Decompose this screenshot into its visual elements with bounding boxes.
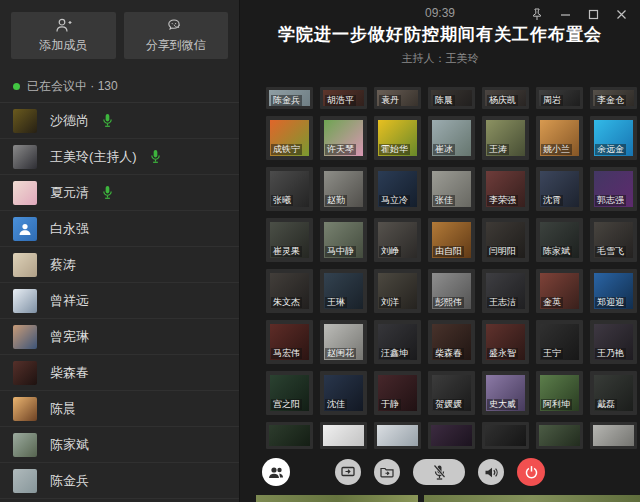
list-item[interactable]: 沙德尚 [0,103,239,139]
tile-name: 朱文杰 [271,297,302,308]
mute-button[interactable] [413,459,465,485]
video-tile[interactable] [428,422,475,449]
list-item[interactable]: 王美玲(主持人) [0,139,239,175]
video-tile[interactable]: 袁丹 [374,87,421,109]
tile-name: 柴森春 [433,348,464,359]
video-tile[interactable]: 毛雪飞 [590,218,637,262]
participant-name: 陈金兵 [50,472,89,490]
video-tile[interactable]: 王琳 [320,269,367,313]
video-tile[interactable]: 崔灵果 [266,218,313,262]
video-tile[interactable]: 周岩 [536,87,583,109]
video-tile[interactable]: 李荣强 [482,167,529,211]
video-tile[interactable]: 成铁宁 [266,116,313,160]
tile-name: 王志洁 [487,297,518,308]
minimize-button[interactable] [554,5,576,23]
video-tile[interactable]: 金英 [536,269,583,313]
video-tile[interactable]: 宫之阳 [266,371,313,415]
video-tile[interactable]: 陈家斌 [536,218,583,262]
list-item[interactable]: 陈晨 [0,391,239,427]
video-tile[interactable]: 郑迎迎 [590,269,637,313]
video-tile[interactable]: 刘洋 [374,269,421,313]
video-tile[interactable]: 刘峥 [374,218,421,262]
video-tile[interactable]: 闫明阳 [482,218,529,262]
maximize-button[interactable] [582,5,604,23]
video-tile[interactable]: 史大威 [482,371,529,415]
share-file-button[interactable] [374,459,400,485]
video-tile[interactable]: 许天琴 [320,116,367,160]
list-item[interactable]: 曾祥远 [0,283,239,319]
share-wechat-button[interactable]: 分享到微信 [124,12,229,59]
participants-button[interactable] [262,458,290,486]
video-tile[interactable]: 彭熙伟 [428,269,475,313]
next-row-video-sliver [256,495,640,502]
video-tile[interactable]: 柴森春 [428,320,475,364]
video-tile[interactable]: 杨庆凯 [482,87,529,109]
participants-icon [268,466,284,479]
video-tile[interactable]: 余远金 [590,116,637,160]
video-tile[interactable]: 李金仓 [590,87,637,109]
hangup-button[interactable] [517,458,545,486]
video-tile[interactable]: 郭志强 [590,167,637,211]
video-tile[interactable]: 赵勤 [320,167,367,211]
video-tile[interactable]: 马中静 [320,218,367,262]
video-tile[interactable]: 马立冷 [374,167,421,211]
video-tile[interactable]: 戴磊 [590,371,637,415]
video-tile[interactable] [374,422,421,449]
list-item[interactable]: 陈家斌 [0,427,239,463]
list-item[interactable]: 陈金兵 [0,463,239,499]
video-tile[interactable]: 王乃艳 [590,320,637,364]
close-button[interactable] [610,5,632,23]
sidebar-actions: 添加成员 分享到微信 [0,0,239,69]
add-member-button[interactable]: 添加成员 [11,12,116,59]
video-tile[interactable]: 霍始华 [374,116,421,160]
tile-name: 汪鑫坤 [379,348,410,359]
list-item[interactable]: 夏元清 [0,175,239,211]
video-tile[interactable]: 朱文杰 [266,269,313,313]
video-tile[interactable]: 盛永智 [482,320,529,364]
tile-name: 由自阳 [433,246,464,257]
video-tile[interactable] [482,422,529,449]
video-tile[interactable]: 王宁 [536,320,583,364]
tile-name: 贺媛媛 [433,399,464,410]
video-tile[interactable]: 阿利坤 [536,371,583,415]
avatar [13,217,37,241]
video-tile[interactable]: 王涛 [482,116,529,160]
video-tile[interactable]: 赵闺花 [320,320,367,364]
avatar [13,325,37,349]
video-tile[interactable] [320,422,367,449]
video-tile[interactable] [536,422,583,449]
video-tile[interactable]: 陈金兵 [266,87,313,109]
mic-on-icon [102,113,113,128]
pin-button[interactable] [526,5,548,23]
list-item[interactable]: 曾宪琳 [0,319,239,355]
speaker-button[interactable] [478,459,504,485]
video-tile[interactable]: 王志洁 [482,269,529,313]
video-tile[interactable]: 陈晨 [428,87,475,109]
tile-name: 崔冰 [433,144,455,155]
list-item[interactable]: 白永强 [0,211,239,247]
tile-name: 马立冷 [379,195,410,206]
video-tile[interactable]: 崔冰 [428,116,475,160]
video-tile[interactable] [590,422,637,449]
share-screen-button[interactable] [335,459,361,485]
video-tile[interactable]: 由自阳 [428,218,475,262]
video-tile[interactable]: 姚小兰 [536,116,583,160]
video-tile[interactable]: 张曦 [266,167,313,211]
video-tile[interactable]: 于静 [374,371,421,415]
list-item[interactable]: 蔡涛 [0,247,239,283]
video-tile[interactable]: 张佳 [428,167,475,211]
control-bar [240,451,640,493]
video-tile[interactable]: 汪鑫坤 [374,320,421,364]
list-item[interactable]: 柴森春 [0,355,239,391]
video-tile[interactable]: 胡浩平 [320,87,367,109]
tile-name: 沈霄 [541,195,563,206]
video-tile[interactable]: 贺媛媛 [428,371,475,415]
video-sliver-right [424,495,640,502]
meeting-window: 添加成员 分享到微信 已在会议中 · 130 [0,0,640,502]
video-tile[interactable]: 沈霄 [536,167,583,211]
video-tile[interactable]: 马宏伟 [266,320,313,364]
video-tile[interactable]: 沈佳 [320,371,367,415]
video-thumbnail [485,425,526,446]
video-tile[interactable] [266,422,313,449]
participant-name: 白永强 [50,220,89,238]
